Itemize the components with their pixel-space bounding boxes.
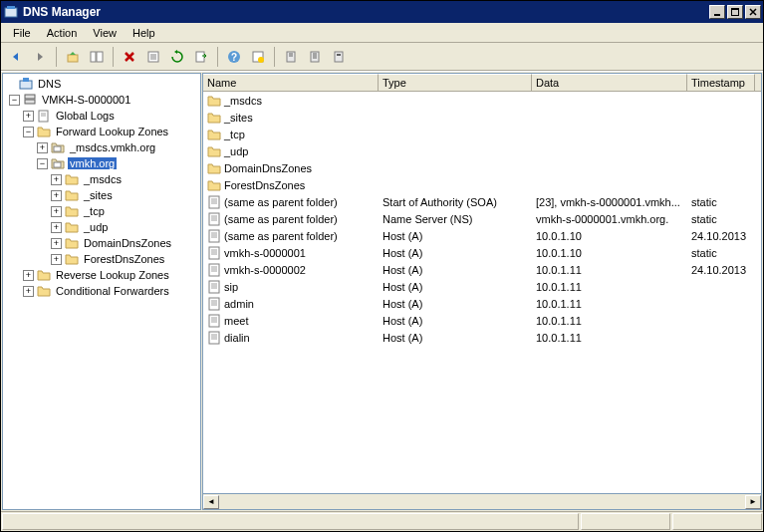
column-timestamp[interactable]: Timestamp [687, 74, 755, 91]
svg-rect-4 [731, 8, 739, 10]
scroll-right-icon[interactable]: ► [745, 495, 761, 509]
folder-icon [36, 268, 52, 282]
tree-server[interactable]: − VMKH-S-0000001 [3, 92, 200, 108]
row-data: 10.0.1.11 [536, 298, 582, 310]
expand-icon[interactable]: + [51, 190, 62, 201]
horizontal-scrollbar[interactable]: ◄ ► [202, 494, 762, 510]
expand-icon[interactable]: + [51, 254, 62, 265]
properties-button[interactable] [142, 46, 164, 68]
tree-sub-sites[interactable]: + _sites [3, 187, 200, 203]
expand-icon[interactable]: + [51, 222, 62, 233]
tree-sub-forestdnszones[interactable]: + ForestDnsZones [3, 251, 200, 267]
cell-data: 10.0.1.10 [532, 247, 687, 259]
svg-rect-7 [97, 52, 103, 62]
filter-button-3[interactable] [328, 46, 350, 68]
column-data[interactable]: Data [532, 74, 687, 91]
svg-rect-28 [25, 95, 35, 99]
list-view[interactable]: Name Type Data Timestamp _msdcs_sites_tc… [202, 73, 762, 494]
row-name: (same as parent folder) [224, 213, 338, 225]
tree-view[interactable]: DNS − VMKH-S-0000001 + Global Logs − For… [2, 73, 201, 510]
expand-icon[interactable]: + [51, 238, 62, 249]
row-ts: static [691, 247, 717, 259]
list-row[interactable]: DomainDnsZones [203, 159, 761, 176]
tree-sub-domaindnszones[interactable]: + DomainDnsZones [3, 235, 200, 251]
maximize-button[interactable] [727, 5, 743, 19]
delete-button[interactable] [119, 46, 140, 68]
tree-sub-tcp[interactable]: + _tcp [3, 203, 200, 219]
tree-label: Conditional Forwarders [54, 285, 171, 297]
menu-help[interactable]: Help [125, 25, 163, 41]
tree-global-logs[interactable]: + Global Logs [3, 108, 200, 124]
folder-icon [64, 204, 80, 218]
cell-type: Name Server (NS) [379, 213, 532, 225]
tree-reverse-lookup-zones[interactable]: + Reverse Lookup Zones [3, 267, 200, 283]
expand-icon[interactable]: + [23, 111, 34, 122]
collapse-icon[interactable]: − [9, 95, 20, 106]
expand-icon[interactable]: + [23, 270, 34, 281]
list-row[interactable]: vmkh-s-0000002Host (A)10.0.1.1124.10.201… [203, 261, 761, 278]
cell-name: dialin [203, 331, 379, 345]
list-row[interactable]: _msdcs [203, 92, 761, 109]
expand-icon[interactable]: + [51, 174, 62, 185]
list-row[interactable]: sipHost (A)10.0.1.11 [203, 278, 761, 295]
dns-icon [18, 77, 34, 91]
filter-button-1[interactable] [280, 46, 302, 68]
svg-point-16 [258, 57, 264, 63]
cell-type: Start of Authority (SOA) [379, 196, 532, 208]
svg-rect-34 [54, 162, 61, 167]
list-row[interactable]: vmkh-s-0000001Host (A)10.0.1.10static [203, 244, 761, 261]
list-row[interactable]: _sites [203, 109, 761, 126]
row-type: Host (A) [382, 332, 422, 344]
record-icon [207, 314, 221, 328]
list-row[interactable]: (same as parent folder)Name Server (NS)v… [203, 210, 761, 227]
collapse-icon[interactable]: − [37, 158, 48, 169]
tree-label: _udp [82, 221, 110, 233]
minimize-button[interactable] [709, 5, 725, 19]
tree-label: Global Logs [54, 110, 117, 122]
menu-file[interactable]: File [5, 25, 39, 41]
column-name[interactable]: Name [203, 74, 379, 91]
scroll-left-icon[interactable]: ◄ [203, 495, 219, 509]
list-row[interactable]: _tcp [203, 126, 761, 142]
tree-label: VMKH-S-0000001 [40, 94, 132, 106]
tree-zone-msdcs[interactable]: + _msdcs.vmkh.org [3, 139, 200, 155]
menu-action[interactable]: Action [39, 25, 86, 41]
up-button[interactable] [62, 46, 84, 68]
export-button[interactable] [190, 46, 212, 68]
tree-label: DomainDnsZones [82, 237, 173, 249]
back-button[interactable] [5, 46, 27, 68]
row-data: 10.0.1.11 [536, 264, 582, 276]
expand-icon[interactable]: + [37, 142, 48, 153]
tree-conditional-forwarders[interactable]: + Conditional Forwarders [3, 283, 200, 299]
tree-root-dns[interactable]: DNS [3, 76, 200, 92]
list-row[interactable]: adminHost (A)10.0.1.11 [203, 295, 761, 312]
new-record-button[interactable] [247, 46, 269, 68]
svg-rect-26 [20, 81, 32, 89]
tree-sub-msdcs[interactable]: + _msdcs [3, 171, 200, 187]
list-row[interactable]: (same as parent folder)Host (A)10.0.1.10… [203, 227, 761, 244]
refresh-button[interactable] [166, 46, 188, 68]
list-row[interactable]: dialinHost (A)10.0.1.11 [203, 329, 761, 346]
filter-button-2[interactable] [304, 46, 326, 68]
show-hide-button[interactable] [86, 46, 108, 68]
list-row[interactable]: meetHost (A)10.0.1.11 [203, 312, 761, 329]
forward-button[interactable] [29, 46, 51, 68]
expand-icon[interactable]: + [51, 206, 62, 217]
tree-zone-vmkh[interactable]: − vmkh.org [3, 155, 200, 171]
list-row[interactable]: (same as parent folder)Start of Authorit… [203, 193, 761, 210]
list-row[interactable]: ForestDnsZones [203, 176, 761, 193]
column-type[interactable]: Type [379, 74, 532, 91]
record-icon [207, 212, 221, 226]
toolbar-separator [217, 47, 218, 67]
cell-data: 10.0.1.11 [532, 332, 687, 344]
tree-sub-udp[interactable]: + _udp [3, 219, 200, 235]
menu-view[interactable]: View [85, 25, 125, 41]
list-row[interactable]: _udp [203, 142, 761, 159]
help-button[interactable]: ? [223, 46, 245, 68]
close-button[interactable] [745, 5, 761, 19]
folder-icon [64, 172, 80, 186]
expand-icon[interactable]: + [23, 286, 34, 297]
collapse-icon[interactable]: − [23, 127, 34, 137]
record-icon [207, 246, 221, 260]
tree-forward-lookup-zones[interactable]: − Forward Lookup Zones [3, 124, 200, 139]
